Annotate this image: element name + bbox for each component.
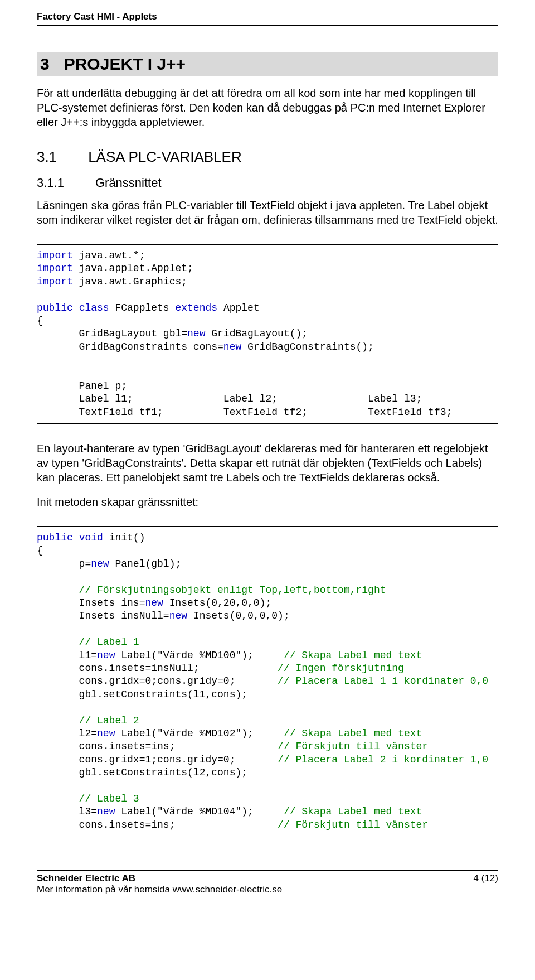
subsubsection-heading: 3.1.1 Gränssnittet	[37, 176, 498, 190]
code-token: cons.gridx=1;cons.gridy=0;	[37, 754, 278, 765]
code-token: import	[37, 276, 73, 287]
code-token: import	[37, 250, 73, 261]
footer-company: Schneider Electric AB	[37, 873, 282, 884]
subsection-number: 3.1	[37, 148, 57, 166]
code-token: // Förskjutningsobjekt enligt Top,left,b…	[37, 585, 386, 596]
subsection-title: LÄSA PLC-VARIABLER	[88, 148, 242, 166]
paragraph-3: Init metoden skapar gränssnittet:	[37, 495, 498, 509]
code-token: // Placera Label 1 i kordinater 0,0	[278, 675, 488, 687]
code-token: java.awt.*;	[73, 250, 145, 261]
code-token: GridBagLayout();	[205, 328, 308, 339]
section-heading: 3 PROJEKT I J++	[37, 52, 498, 76]
footer-left: Schneider Electric AB Mer information på…	[37, 873, 282, 895]
section-number: 3	[40, 55, 50, 74]
code-token: GridBagConstraints();	[241, 341, 374, 353]
code-token: l2=	[37, 728, 97, 739]
code-token: new	[187, 328, 205, 339]
code-token: Applet	[217, 302, 260, 313]
code-token: l1=	[37, 650, 97, 661]
code-token: Label("Värde %MD104");	[115, 806, 283, 817]
code-token: init()	[103, 532, 145, 543]
subsection-heading: 3.1 LÄSA PLC-VARIABLER	[37, 148, 498, 166]
code-token	[73, 302, 79, 313]
code-token: Label l1; Label l2; Label l3;	[37, 393, 422, 404]
code-token: Insets(0,0,0,0);	[187, 610, 290, 621]
code-token: // Förskjutn till vänster	[278, 819, 428, 831]
code-token	[73, 532, 79, 543]
code-block-2: public void init() { p=new Panel(gbl); /…	[37, 526, 498, 836]
code-token: java.awt.Graphics;	[73, 276, 187, 287]
code-token: cons.insets=insNull;	[37, 663, 278, 674]
code-token: cons.gridx=0;cons.gridy=0;	[37, 675, 278, 687]
footer-pageno: 4 (12)	[474, 873, 498, 884]
code-token: extends	[175, 302, 217, 313]
section-title-text: PROJEKT I J++	[64, 55, 186, 74]
code-token: public	[37, 302, 73, 313]
code-token: new	[97, 728, 115, 739]
code-token: new	[169, 610, 187, 621]
code-token: Insets insNull=	[37, 610, 169, 621]
code-token: // Skapa Label med text	[284, 806, 422, 817]
code-token: public	[37, 532, 73, 543]
code-block-1: import java.awt.*; import java.applet.Ap…	[37, 244, 498, 424]
code-token: cons.insets=ins;	[37, 819, 278, 831]
code-token: p=	[37, 558, 91, 569]
code-token: l3=	[37, 806, 97, 817]
code-token: Insets(0,20,0,0);	[163, 597, 271, 609]
header-title: Factory Cast HMI - Applets	[37, 11, 157, 22]
subsubsection-number: 3.1.1	[37, 176, 64, 190]
code-token: gbl.setConstraints(l1,cons);	[37, 689, 247, 700]
code-token: new	[97, 650, 115, 661]
page-footer: Schneider Electric AB Mer information på…	[37, 870, 498, 895]
code-token: {	[37, 315, 43, 326]
code-token: new	[145, 597, 163, 609]
code-token: Label("Värde %MD102");	[115, 728, 283, 739]
code-token: {	[37, 545, 43, 556]
code-token: new	[97, 806, 115, 817]
code-token: java.applet.Applet;	[73, 263, 193, 274]
code-token: new	[223, 341, 241, 353]
code-token: // Label 1	[37, 636, 139, 648]
code-token: Panel(gbl);	[109, 558, 182, 569]
code-token: class	[79, 302, 109, 313]
footer-info: Mer information på vår hemsida www.schne…	[37, 884, 282, 895]
paragraph-2: En layout-hanterare av typen 'GridBagLay…	[37, 441, 498, 485]
page-header: Factory Cast HMI - Applets	[37, 11, 498, 26]
code-token: // Label 2	[37, 715, 139, 726]
code-token: // Label 3	[37, 793, 139, 804]
code-token: Panel p;	[37, 380, 127, 392]
code-token: GridBagConstraints cons=	[37, 341, 223, 353]
code-token: void	[79, 532, 103, 543]
code-token: GridBagLayout gbl=	[37, 328, 187, 339]
code-token: gbl.setConstraints(l2,cons);	[37, 767, 247, 778]
code-token: Insets ins=	[37, 597, 145, 609]
code-token: // Förskjutn till vänster	[278, 741, 428, 752]
intro-paragraph: För att underlätta debugging är det att …	[37, 86, 498, 129]
code-token: // Skapa Label med text	[284, 728, 422, 739]
code-token: new	[91, 558, 109, 569]
code-token: import	[37, 263, 73, 274]
code-token: // Placera Label 2 i kordinater 1,0	[278, 754, 488, 765]
code-token: // Ingen förskjutning	[278, 663, 404, 674]
code-token: TextField tf1; TextField tf2; TextField …	[37, 407, 452, 418]
subsubsection-title: Gränssnittet	[95, 176, 162, 190]
code-token: // Skapa Label med text	[284, 650, 422, 661]
h3-paragraph: Läsningen ska göras från PLC-variabler t…	[37, 198, 498, 227]
page: Factory Cast HMI - Applets 3 PROJEKT I J…	[0, 0, 535, 912]
code-token: Label("Värde %MD100");	[115, 650, 283, 661]
code-token: cons.insets=ins;	[37, 741, 278, 752]
code-token: FCapplets	[109, 302, 176, 313]
